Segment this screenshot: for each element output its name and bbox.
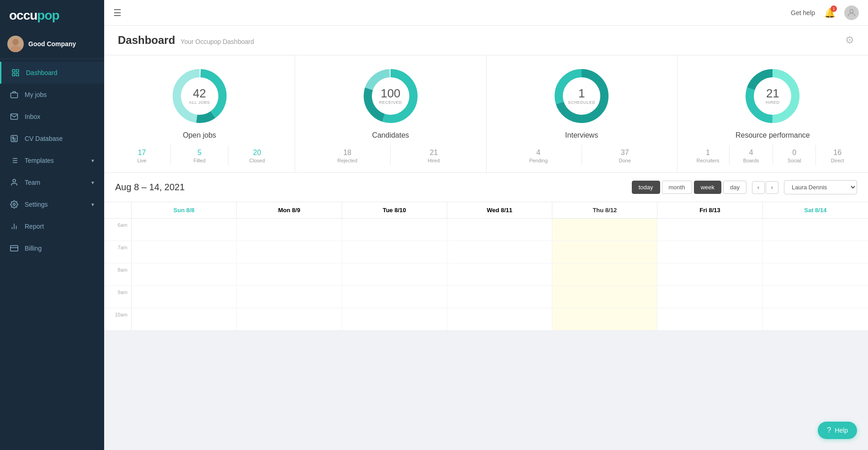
calendar-user-select[interactable]: Laura Dennis All Users (784, 180, 857, 194)
hired-cand-label: Hired (392, 158, 475, 163)
cal-cell-thu-10am[interactable] (552, 308, 657, 330)
direct-label: Direct (818, 158, 857, 163)
notification-bell[interactable]: 🔔 1 (823, 6, 836, 19)
candidates-donut: 100 RECEIVED (361, 66, 420, 126)
cal-cell-thu-8am[interactable] (552, 263, 657, 285)
sidebar-item-report[interactable]: Report (0, 215, 104, 237)
cal-cell-tue-7am[interactable] (342, 241, 447, 263)
cal-cell-sat-9am[interactable] (763, 286, 868, 308)
boards-count: 4 (731, 149, 771, 157)
cal-btn-month[interactable]: month (662, 181, 692, 194)
stat-card-interviews: 1 SCHEDULED Interviews 4 Pending 37 Done (487, 55, 677, 172)
interviews-sub-row: 4 Pending 37 Done (496, 145, 668, 165)
svg-point-0 (12, 39, 19, 45)
team-icon (9, 177, 19, 188)
pending-label: Pending (498, 158, 580, 163)
cal-cell-wed-10am[interactable] (447, 308, 552, 330)
cal-cell-tue-9am[interactable] (342, 286, 447, 308)
sidebar-item-myjobs[interactable]: My jobs (0, 84, 104, 106)
cal-cell-mon-7am[interactable] (237, 241, 342, 263)
calendar-grid: Sun 8/8 Mon 8/9 Tue 8/10 Wed 8/11 Thu 8/… (104, 202, 868, 331)
sidebar-item-templates[interactable]: Templates ▼ (0, 150, 104, 171)
cal-cell-thu-9am[interactable] (552, 286, 657, 308)
stat-sub-filled: 5 Filled (171, 145, 228, 165)
sidebar-item-label-settings: Settings (25, 201, 48, 208)
sidebar-item-settings[interactable]: Settings ▼ (0, 193, 104, 215)
svg-point-16 (13, 204, 16, 206)
cal-cell-sat-8am[interactable] (763, 263, 868, 285)
cal-cell-wed-7am[interactable] (447, 241, 552, 263)
cal-cell-mon-8am[interactable] (237, 263, 342, 285)
cal-cell-sun-9am[interactable] (132, 286, 237, 308)
svg-rect-4 (12, 74, 15, 76)
interviews-title: Interviews (565, 131, 598, 139)
svg-rect-5 (16, 74, 19, 76)
cal-prev-btn[interactable]: ‹ (752, 181, 765, 194)
cal-cell-sat-7am[interactable] (763, 241, 868, 263)
pending-count: 4 (498, 149, 580, 157)
dashboard-settings-icon[interactable]: ⚙ (845, 34, 854, 46)
cal-cell-wed-9am[interactable] (447, 286, 552, 308)
cal-cell-mon-6am[interactable] (237, 219, 342, 241)
svg-rect-6 (11, 93, 18, 98)
cal-cell-tue-8am[interactable] (342, 263, 447, 285)
time-6am: 6am (104, 219, 132, 241)
open-jobs-donut-label: ALL JOBS (189, 100, 210, 105)
recruiters-count: 1 (688, 149, 728, 157)
company-section[interactable]: Good Company (0, 31, 104, 59)
svg-rect-20 (11, 246, 18, 251)
cal-cell-wed-6am[interactable] (447, 219, 552, 241)
cal-btn-today[interactable]: today (632, 181, 660, 194)
live-count: 17 (115, 149, 169, 157)
candidates-donut-label: RECEIVED (379, 100, 402, 105)
cvdatabase-icon (9, 134, 19, 144)
calendar-body: 6am 7am (104, 219, 868, 331)
cal-cell-tue-10am[interactable] (342, 308, 447, 330)
cal-btn-day[interactable]: day (723, 181, 746, 194)
cal-cell-thu-6am[interactable] (552, 219, 657, 241)
hamburger-icon[interactable]: ☰ (113, 7, 122, 18)
sidebar-item-billing[interactable]: Billing (0, 237, 104, 259)
sidebar-item-label-templates: Templates (25, 157, 54, 164)
cal-cell-tue-6am[interactable] (342, 219, 447, 241)
filled-count: 5 (173, 149, 226, 157)
cal-cell-mon-10am[interactable] (237, 308, 342, 330)
cal-cell-sat-10am[interactable] (763, 308, 868, 330)
cal-row-9am: 9am (104, 286, 868, 308)
sidebar-item-inbox[interactable]: Inbox (0, 106, 104, 128)
help-button[interactable]: ? Help (818, 422, 857, 439)
cal-cell-fri-9am[interactable] (657, 286, 762, 308)
sidebar-item-cvdatabase[interactable]: CV Database (0, 128, 104, 150)
sidebar-item-team[interactable]: Team ▼ (0, 171, 104, 193)
user-avatar[interactable] (844, 5, 859, 20)
settings-arrow-icon: ▼ (90, 202, 95, 207)
cal-cell-thu-7am[interactable] (552, 241, 657, 263)
cal-btn-week[interactable]: week (694, 181, 721, 194)
cal-next-btn[interactable]: › (766, 181, 778, 194)
cal-cell-sat-6am[interactable] (763, 219, 868, 241)
stats-row: 42 ALL JOBS Open jobs 17 Live 5 Filled (104, 55, 868, 173)
cal-cell-sun-6am[interactable] (132, 219, 237, 241)
stat-sub-pending: 4 Pending (496, 145, 582, 165)
svg-point-1 (10, 46, 21, 52)
cal-cell-fri-7am[interactable] (657, 241, 762, 263)
logo: occupop (0, 0, 104, 31)
time-7am: 7am (104, 241, 132, 263)
calendar-toolbar: Aug 8 – 14, 2021 today month week day ‹ … (104, 173, 868, 202)
cal-cell-sun-7am[interactable] (132, 241, 237, 263)
cal-cell-mon-9am[interactable] (237, 286, 342, 308)
cal-header-sun: Sun 8/8 (132, 202, 237, 218)
cal-cell-fri-8am[interactable] (657, 263, 762, 285)
topbar-right: Get help 🔔 1 (791, 5, 859, 20)
cal-cell-wed-8am[interactable] (447, 263, 552, 285)
help-link[interactable]: Get help (791, 9, 815, 16)
sidebar-item-dashboard[interactable]: Dashboard (0, 62, 104, 84)
cal-cell-sun-8am[interactable] (132, 263, 237, 285)
cal-cell-fri-10am[interactable] (657, 308, 762, 330)
sidebar-item-label-billing: Billing (25, 245, 42, 252)
cal-header-wed: Wed 8/11 (447, 202, 552, 218)
cal-cell-fri-6am[interactable] (657, 219, 762, 241)
closed-label: Closed (230, 158, 284, 163)
cal-cell-sun-10am[interactable] (132, 308, 237, 330)
cal-header-mon: Mon 8/9 (237, 202, 342, 218)
